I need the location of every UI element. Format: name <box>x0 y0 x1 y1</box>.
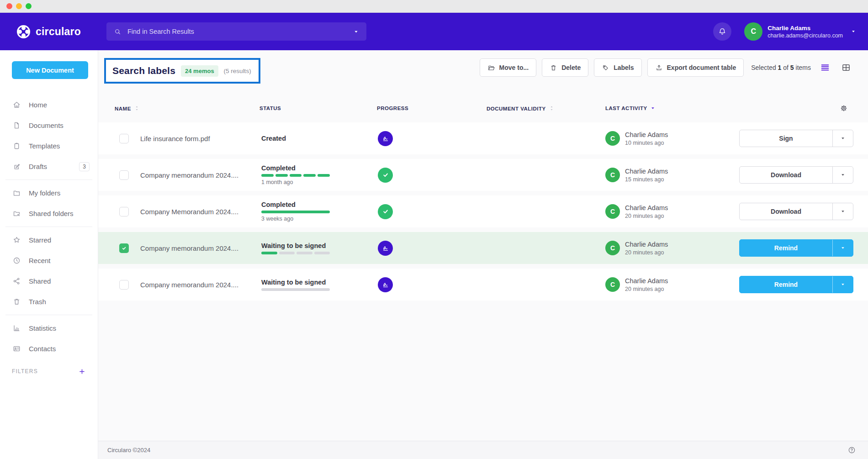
action-button-label[interactable]: Remind <box>740 276 833 293</box>
action-button-label[interactable]: Download <box>740 203 833 220</box>
action-dropdown-button[interactable] <box>833 240 853 256</box>
toolbar-button-move-to[interactable]: Move to... <box>480 58 537 77</box>
sidebar-nav: HomeDocumentsTemplatesDrafts3My foldersS… <box>0 95 98 359</box>
search-dropdown-caret-icon[interactable] <box>353 29 359 35</box>
sidebar-item-my-folders[interactable]: My folders <box>0 183 98 203</box>
table-row[interactable]: Life insurance form.pdfCreatedCCharlie A… <box>98 122 868 154</box>
column-header-progress[interactable]: PROGRESS <box>377 106 408 111</box>
activity-avatar: C <box>605 204 620 219</box>
filters-label: FILTERS <box>12 368 38 375</box>
grid-view-button[interactable] <box>841 63 851 73</box>
trash-icon <box>550 64 557 72</box>
activity-avatar: C <box>605 241 620 255</box>
global-search-input[interactable]: Find in Search Results <box>106 22 366 41</box>
gear-icon[interactable] <box>840 104 848 112</box>
sidebar-item-statistics[interactable]: Statistics <box>0 318 98 338</box>
sidebar-item-documents[interactable]: Documents <box>0 115 98 136</box>
notifications-button[interactable] <box>713 22 731 41</box>
row-action-sign-button[interactable]: Sign <box>739 130 853 147</box>
last-activity-cell: CCharlie Adams10 minutes ago <box>605 131 739 146</box>
check-progress-badge <box>378 204 393 219</box>
zoom-window-button[interactable] <box>26 3 32 9</box>
template-icon <box>12 142 21 150</box>
last-activity-cell: CCharlie Adams20 minutes ago <box>605 204 739 219</box>
signature-icon <box>381 243 390 253</box>
column-header-last-activity[interactable]: LAST ACTIVITY <box>605 106 656 111</box>
row-checkbox[interactable] <box>119 280 129 290</box>
user-menu[interactable]: C Charlie Adams charlie.adams@circularo.… <box>744 22 856 41</box>
row-action-remind-button[interactable]: Remind <box>739 239 853 257</box>
action-button-label[interactable]: Download <box>740 167 833 183</box>
check-icon <box>381 207 390 216</box>
action-dropdown-button[interactable] <box>833 130 853 147</box>
document-name[interactable]: Company Memorandum 2024.... <box>140 208 261 216</box>
header-actions: C Charlie Adams charlie.adams@circularo.… <box>713 22 856 41</box>
column-header-name[interactable]: NAME <box>115 106 140 111</box>
row-action-download-button[interactable]: Download <box>739 203 853 220</box>
toolbar-button-labels[interactable]: Labels <box>594 58 641 77</box>
caret-down-icon <box>840 172 846 178</box>
sidebar-item-templates[interactable]: Templates <box>0 136 98 156</box>
user-email: charlie.adams@circularo.com <box>767 32 843 39</box>
row-action-download-button[interactable]: Download <box>739 166 853 184</box>
table-row[interactable]: Company Memorandum 2024....Completed3 we… <box>98 195 868 227</box>
sidebar-item-drafts[interactable]: Drafts3 <box>0 156 98 177</box>
table-row[interactable]: Company memorandum 2024....Waiting to be… <box>98 269 868 301</box>
close-window-button[interactable] <box>6 3 12 9</box>
new-document-button[interactable]: New Document <box>12 61 88 79</box>
sidebar-item-trash[interactable]: Trash <box>0 291 98 312</box>
action-button-label[interactable]: Sign <box>740 130 833 147</box>
document-name[interactable]: Company memorandum 2024.... <box>140 281 261 289</box>
sidebar-item-shared[interactable]: Shared <box>0 271 98 291</box>
sidebar-item-home[interactable]: Home <box>0 95 98 115</box>
selection-total: 5 <box>790 64 794 71</box>
minimize-window-button[interactable] <box>16 3 22 9</box>
check-icon <box>381 170 390 179</box>
action-dropdown-button[interactable] <box>833 276 853 293</box>
column-header-label: DOCUMENT VALIDITY <box>487 106 546 111</box>
column-header-status[interactable]: STATUS <box>259 106 281 111</box>
export-icon <box>655 64 663 72</box>
toolbar-button-export-document-table[interactable]: Export document table <box>647 58 744 77</box>
statistics-icon <box>12 324 21 332</box>
toolbar-button-delete[interactable]: Delete <box>542 58 588 77</box>
progress-bar <box>261 288 330 291</box>
caret-down-icon <box>650 106 656 111</box>
signature-progress-badge <box>378 277 393 292</box>
footer: Circularo ©2024 <box>98 441 868 459</box>
row-checkbox[interactable] <box>119 243 129 253</box>
circularo-logo-icon <box>16 25 31 39</box>
document-name[interactable]: Life insurance form.pdf <box>140 135 261 142</box>
table-row[interactable]: Company memorandum 2024....Completed1 mo… <box>98 159 868 191</box>
sidebar-divider <box>5 315 92 315</box>
row-checkbox[interactable] <box>119 134 129 143</box>
sidebar-divider <box>5 227 92 227</box>
action-dropdown-button[interactable] <box>833 167 853 183</box>
document-name[interactable]: Company memorandum 2024.... <box>140 244 261 252</box>
column-header-document-validity[interactable]: DOCUMENT VALIDITY <box>487 106 555 111</box>
document-name[interactable]: Company memorandum 2024.... <box>140 171 261 179</box>
sidebar-item-contacts[interactable]: Contacts <box>0 338 98 359</box>
user-avatar: C <box>744 22 762 41</box>
add-filter-button[interactable] <box>78 368 86 375</box>
document-icon <box>12 121 21 130</box>
action-button-label[interactable]: Remind <box>740 240 833 256</box>
row-action-remind-button[interactable]: Remind <box>739 276 853 293</box>
row-checkbox[interactable] <box>119 170 129 180</box>
sidebar-item-starred[interactable]: Starred <box>0 230 98 250</box>
sidebar-item-shared-folders[interactable]: Shared folders <box>0 203 98 224</box>
selection-count: 1 <box>778 64 782 71</box>
selection-of: of <box>783 64 789 71</box>
signature-progress-badge <box>378 241 393 256</box>
row-checkbox[interactable] <box>119 207 129 216</box>
toolbar-buttons: Move to...DeleteLabelsExport document ta… <box>480 58 744 77</box>
help-button[interactable] <box>847 446 856 454</box>
action-dropdown-button[interactable] <box>833 203 853 220</box>
list-view-button[interactable] <box>820 63 830 73</box>
progress-bar-segment <box>290 174 302 177</box>
tag-icon <box>602 64 609 72</box>
sidebar-item-recent[interactable]: Recent <box>0 250 98 271</box>
table-row[interactable]: Company memorandum 2024....Waiting to be… <box>98 232 868 264</box>
activity-time: 20 minutes ago <box>625 286 668 292</box>
activity-user-name: Charlie Adams <box>625 168 668 175</box>
